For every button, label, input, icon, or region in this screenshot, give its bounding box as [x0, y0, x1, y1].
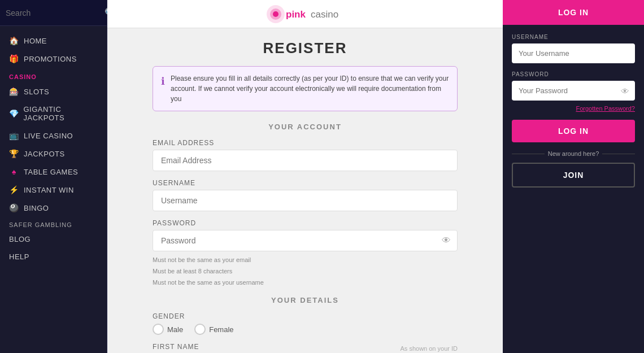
search-bar[interactable]: 🔍: [0, 0, 107, 26]
jackpots-label: Jackpots: [24, 150, 65, 158]
svg-point-2: [273, 11, 279, 17]
right-show-password-icon[interactable]: 👁: [621, 86, 629, 95]
logo-svg: pink casino: [266, 4, 345, 24]
username-group: Username: [153, 179, 458, 211]
sidebar-item-jackpots[interactable]: 🏆 Jackpots: [0, 145, 107, 163]
gigantic-jackpots-icon: 💎: [9, 109, 19, 118]
sidebar-item-table-games[interactable]: ♠ Table Games: [0, 163, 107, 181]
your-details-section: YOUR DETAILS: [153, 296, 458, 304]
sidebar-item-home[interactable]: 🏠 Home: [0, 32, 107, 50]
new-around-row: New around here?: [512, 150, 635, 157]
new-around-line-left: [512, 154, 545, 154]
sidebar-promotions-label: Promotions: [24, 55, 77, 63]
register-container: REGISTER ℹ Please ensure you fill in all…: [141, 28, 469, 353]
male-label: Male: [167, 325, 183, 334]
login-tab[interactable]: LOG IN: [503, 0, 644, 25]
right-password-label: PASSWORD: [512, 71, 635, 77]
new-around-line-right: [602, 154, 635, 154]
email-label: Email Address: [153, 139, 458, 147]
sidebar-item-slots[interactable]: 🎰 Slots: [0, 82, 107, 101]
sidebar-item-blog[interactable]: Blog: [0, 230, 107, 248]
slots-icon: 🎰: [9, 87, 19, 96]
gender-label: Gender: [153, 312, 458, 320]
sidebar: 🔍 🏠 Home 🎁 Promotions Casino 🎰 Slots 💎 G…: [0, 0, 107, 353]
instant-win-label: Instant Win: [24, 186, 74, 194]
right-username-input[interactable]: [512, 43, 635, 63]
svg-text:pink: pink: [286, 9, 306, 20]
right-form: USERNAME PASSWORD 👁 Forgotten Password? …: [503, 25, 644, 197]
first-name-header: First Name As shown on your ID: [153, 343, 458, 353]
join-button[interactable]: JOIN: [512, 163, 635, 188]
username-input[interactable]: [153, 190, 458, 211]
gender-group: Gender Male Female: [153, 312, 458, 335]
bingo-icon: 🎱: [9, 203, 19, 212]
blog-label: Blog: [9, 235, 31, 243]
slots-label: Slots: [24, 88, 49, 96]
your-account-section: YOUR ACCOUNT: [153, 123, 458, 131]
gender-row: Male Female: [153, 324, 458, 335]
promotions-icon: 🎁: [9, 54, 19, 63]
login-button[interactable]: LOG IN: [512, 120, 635, 142]
password-hints: Must not be the same as your email Must …: [153, 255, 458, 288]
home-icon: 🏠: [9, 36, 19, 45]
sidebar-item-bingo[interactable]: 🎱 Bingo: [0, 199, 107, 217]
gigantic-jackpots-label: Gigantic Jackpots: [24, 105, 98, 122]
main-content: pink casino REGISTER ℹ Please ensure you…: [107, 0, 503, 353]
jackpots-icon: 🏆: [9, 149, 19, 158]
safer-gambling-label: Safer Gambling: [0, 217, 107, 230]
sidebar-item-instant-win[interactable]: ⚡ Instant Win: [0, 181, 107, 199]
email-input[interactable]: [153, 150, 458, 171]
info-box: ℹ Please ensure you fill in all details …: [153, 66, 458, 111]
first-name-label: First Name: [153, 343, 199, 351]
info-text: Please ensure you fill in all details co…: [171, 73, 449, 104]
hint-username: Must not be the same as your username: [153, 277, 458, 289]
svg-text:casino: casino: [311, 9, 338, 20]
instant-win-icon: ⚡: [9, 185, 19, 194]
female-label: Female: [209, 325, 233, 334]
right-username-label: USERNAME: [512, 34, 635, 40]
male-radio[interactable]: [153, 324, 164, 335]
password-label: Password: [153, 219, 458, 227]
register-title: REGISTER: [153, 40, 458, 57]
right-password-input[interactable]: [512, 81, 635, 101]
table-games-icon: ♠: [9, 167, 19, 176]
hint-email: Must not be the same as your email: [153, 255, 458, 266]
female-radio[interactable]: [194, 324, 206, 335]
sidebar-item-live-casino[interactable]: 📺 Live Casino: [0, 127, 107, 145]
live-casino-label: Live Casino: [24, 132, 73, 140]
sidebar-item-promotions[interactable]: 🎁 Promotions: [0, 50, 107, 68]
help-label: Help: [9, 252, 29, 261]
info-icon: ℹ: [161, 74, 165, 89]
gender-male[interactable]: Male: [153, 324, 183, 335]
sidebar-item-gigantic-jackpots[interactable]: 💎 Gigantic Jackpots: [0, 101, 107, 127]
right-password-wrap: 👁: [512, 81, 635, 101]
hint-length: Must be at least 8 characters: [153, 266, 458, 277]
search-input[interactable]: [6, 8, 105, 18]
show-password-icon[interactable]: 👁: [442, 236, 451, 246]
password-input[interactable]: [153, 230, 458, 251]
email-group: Email Address: [153, 139, 458, 171]
right-panel: LOG IN USERNAME PASSWORD 👁 Forgotten Pas…: [503, 0, 644, 353]
forgot-password-link[interactable]: Forgotten Password?: [512, 105, 635, 112]
casino-section-label: Casino: [0, 68, 107, 82]
username-label: Username: [153, 179, 458, 187]
sidebar-home-label: Home: [24, 37, 47, 45]
bingo-label: Bingo: [24, 204, 49, 212]
first-name-group: First Name As shown on your ID: [153, 343, 458, 353]
password-group: Password 👁 Must not be the same as your …: [153, 219, 458, 288]
sidebar-nav: 🏠 Home 🎁 Promotions Casino 🎰 Slots 💎 Gig…: [0, 26, 107, 353]
new-around-label: New around here?: [548, 150, 599, 157]
sidebar-item-help[interactable]: Help: [0, 248, 107, 265]
as-shown-label: As shown on your ID: [401, 345, 458, 352]
live-casino-icon: 📺: [9, 131, 19, 140]
password-wrap: 👁: [153, 230, 458, 251]
gender-female[interactable]: Female: [194, 324, 233, 335]
logo: pink casino: [266, 4, 345, 24]
header-bar: pink casino: [107, 0, 503, 28]
table-games-label: Table Games: [24, 168, 78, 176]
